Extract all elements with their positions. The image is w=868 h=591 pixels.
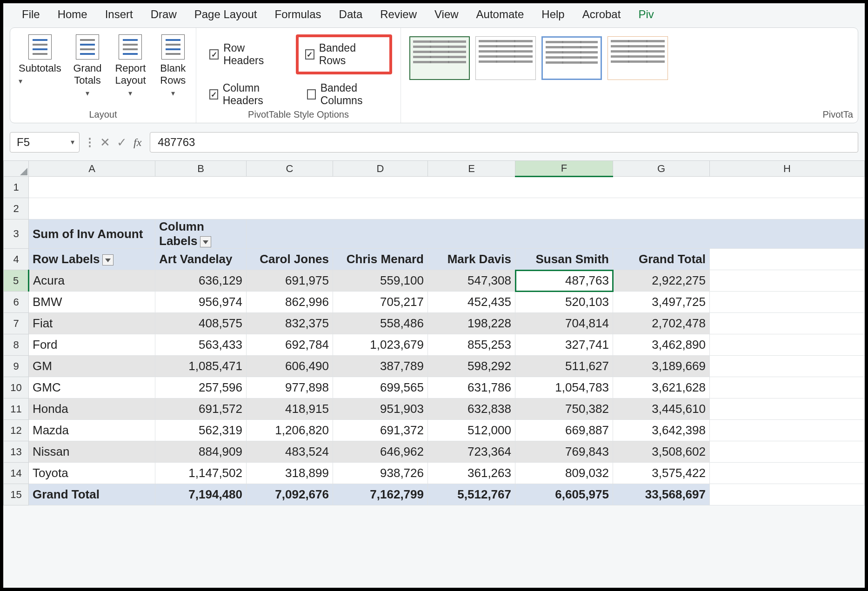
grand-total-cell[interactable]: 7,092,676 bbox=[247, 484, 333, 505]
spreadsheet-grid[interactable]: A B C D E F G H 1 2 3 Sum of Inv Amount … bbox=[3, 160, 865, 505]
menu-data[interactable]: Data bbox=[339, 8, 363, 21]
pivot-row-label[interactable]: Ford bbox=[29, 334, 155, 356]
grand-total-label[interactable]: Grand Total bbox=[29, 484, 155, 505]
pivot-cell[interactable]: 699,565 bbox=[333, 377, 428, 398]
pivot-cell[interactable]: 606,490 bbox=[247, 356, 333, 377]
menu-page-layout[interactable]: Page Layout bbox=[194, 8, 257, 21]
pivot-col-header[interactable]: Mark Davis bbox=[428, 249, 515, 270]
menu-insert[interactable]: Insert bbox=[105, 8, 133, 21]
banded-rows-checkbox[interactable]: ✓Banded Rows bbox=[300, 39, 383, 70]
pivot-cell[interactable]: 3,621,628 bbox=[613, 377, 710, 398]
pivot-column-labels[interactable]: Column Labels bbox=[155, 219, 247, 249]
pivot-cell[interactable]: 705,217 bbox=[333, 292, 428, 313]
col-header-H[interactable]: H bbox=[710, 161, 865, 177]
menu-view[interactable]: View bbox=[434, 8, 459, 21]
grand-total-cell[interactable]: 33,568,697 bbox=[613, 484, 710, 505]
pivot-cell[interactable]: 3,445,610 bbox=[613, 398, 710, 420]
fx-icon[interactable]: fx bbox=[134, 136, 141, 149]
pivot-row-label[interactable]: GMC bbox=[29, 377, 155, 398]
blank-rows-button[interactable]: Blank Rows ▾ bbox=[159, 32, 187, 99]
col-header-C[interactable]: C bbox=[247, 161, 333, 177]
pivot-cell[interactable]: 361,263 bbox=[428, 463, 515, 484]
banded-columns-checkbox[interactable]: Banded Columns bbox=[302, 79, 392, 110]
formula-input[interactable]: 487763 bbox=[150, 132, 858, 153]
style-thumb-1[interactable] bbox=[409, 36, 470, 80]
col-header-G[interactable]: G bbox=[613, 161, 710, 177]
pivot-cell[interactable]: 938,726 bbox=[333, 463, 428, 484]
pivot-cell[interactable]: 2,702,478 bbox=[613, 313, 710, 334]
pivot-cell[interactable]: 387,789 bbox=[333, 356, 428, 377]
pivot-col-header[interactable]: Carol Jones bbox=[247, 249, 333, 270]
menu-formulas[interactable]: Formulas bbox=[275, 8, 321, 21]
pivot-cell[interactable]: 483,524 bbox=[247, 441, 333, 463]
grand-total-cell[interactable]: 6,605,975 bbox=[515, 484, 613, 505]
pivot-cell[interactable]: 1,147,502 bbox=[155, 463, 247, 484]
pivot-cell[interactable]: 1,023,679 bbox=[333, 334, 428, 356]
pivot-cell[interactable]: 646,962 bbox=[333, 441, 428, 463]
pivot-cell[interactable]: 558,486 bbox=[333, 313, 428, 334]
pivot-cell[interactable]: 487,763 bbox=[515, 270, 613, 292]
pivot-cell[interactable]: 418,915 bbox=[247, 398, 333, 420]
pivot-cell[interactable]: 3,189,669 bbox=[613, 356, 710, 377]
row-header[interactable]: 15 bbox=[4, 484, 29, 505]
style-thumb-4[interactable] bbox=[608, 36, 668, 80]
row-header[interactable]: 13 bbox=[4, 441, 29, 463]
row-header[interactable]: 5 bbox=[4, 270, 29, 292]
pivot-cell[interactable]: 3,508,602 bbox=[613, 441, 710, 463]
row-header[interactable]: 12 bbox=[4, 420, 29, 441]
enter-icon[interactable]: ✓ bbox=[117, 135, 127, 150]
col-header-E[interactable]: E bbox=[428, 161, 515, 177]
pivot-cell[interactable]: 452,435 bbox=[428, 292, 515, 313]
col-header-A[interactable]: A bbox=[29, 161, 155, 177]
pivot-cell[interactable]: 598,292 bbox=[428, 356, 515, 377]
subtotals-button[interactable]: Subtotals▾ bbox=[19, 32, 61, 86]
pivot-cell[interactable]: 631,786 bbox=[428, 377, 515, 398]
pivot-cell[interactable]: 562,319 bbox=[155, 420, 247, 441]
pivot-cell[interactable]: 884,909 bbox=[155, 441, 247, 463]
pivot-cell[interactable]: 809,032 bbox=[515, 463, 613, 484]
pivot-col-header[interactable]: Chris Menard bbox=[333, 249, 428, 270]
row-header[interactable]: 9 bbox=[4, 356, 29, 377]
pivot-col-header[interactable]: Susan Smith bbox=[515, 249, 613, 270]
menu-review[interactable]: Review bbox=[380, 8, 417, 21]
select-all-corner[interactable] bbox=[4, 161, 29, 177]
dropdown-icon[interactable] bbox=[102, 254, 114, 266]
pivot-cell[interactable]: 951,903 bbox=[333, 398, 428, 420]
col-header-B[interactable]: B bbox=[155, 161, 247, 177]
pivot-row-label[interactable]: Honda bbox=[29, 398, 155, 420]
style-thumb-3[interactable] bbox=[541, 36, 602, 80]
pivot-cell[interactable]: 956,974 bbox=[155, 292, 247, 313]
pivot-cell[interactable]: 3,462,890 bbox=[613, 334, 710, 356]
pivot-row-labels[interactable]: Row Labels bbox=[29, 249, 155, 270]
pivot-cell[interactable]: 511,627 bbox=[515, 356, 613, 377]
pivot-cell[interactable]: 669,887 bbox=[515, 420, 613, 441]
menu-file[interactable]: File bbox=[22, 8, 40, 21]
pivot-cell[interactable]: 512,000 bbox=[428, 420, 515, 441]
pivot-cell[interactable]: 769,843 bbox=[515, 441, 613, 463]
row-header[interactable]: 3 bbox=[4, 219, 29, 249]
pivot-cell[interactable]: 547,308 bbox=[428, 270, 515, 292]
menu-draw[interactable]: Draw bbox=[151, 8, 177, 21]
grand-total-cell[interactable]: 7,194,480 bbox=[155, 484, 247, 505]
pivot-cell[interactable]: 257,596 bbox=[155, 377, 247, 398]
pivot-cell[interactable]: 750,382 bbox=[515, 398, 613, 420]
pivot-cell[interactable]: 1,054,783 bbox=[515, 377, 613, 398]
dropdown-icon[interactable] bbox=[200, 236, 211, 247]
menu-help[interactable]: Help bbox=[541, 8, 564, 21]
row-header[interactable]: 11 bbox=[4, 398, 29, 420]
grand-totals-button[interactable]: Grand Totals ▾ bbox=[73, 32, 103, 99]
menu-pivot-design[interactable]: Piv bbox=[638, 8, 654, 21]
row-header[interactable]: 4 bbox=[4, 249, 29, 270]
pivot-row-label[interactable]: GM bbox=[29, 356, 155, 377]
pivot-measure-label[interactable]: Sum of Inv Amount bbox=[29, 219, 155, 249]
pivot-row-label[interactable]: Fiat bbox=[29, 313, 155, 334]
pivot-cell[interactable]: 862,996 bbox=[247, 292, 333, 313]
pivot-styles-gallery[interactable] bbox=[409, 32, 668, 80]
pivot-cell[interactable]: 2,922,275 bbox=[613, 270, 710, 292]
pivot-cell[interactable]: 3,642,398 bbox=[613, 420, 710, 441]
grand-total-cell[interactable]: 7,162,799 bbox=[333, 484, 428, 505]
name-box[interactable]: F5▾ bbox=[10, 132, 80, 153]
pivot-row-label[interactable]: Acura bbox=[29, 270, 155, 292]
row-header[interactable]: 8 bbox=[4, 334, 29, 356]
pivot-cell[interactable]: 855,253 bbox=[428, 334, 515, 356]
